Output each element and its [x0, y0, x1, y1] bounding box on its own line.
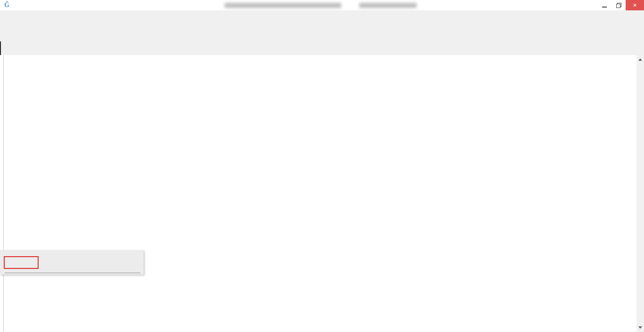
tab-bar: [0, 41, 644, 55]
gdevelop-logo-icon: Ǧ: [4, 1, 11, 10]
window-title: [0, 0, 644, 10]
minimize-button[interactable]: [597, 0, 612, 10]
object-name-field[interactable]: [4, 256, 39, 269]
title-redacted-block: [359, 3, 417, 8]
close-button[interactable]: ×: [626, 0, 644, 10]
scroll-down-icon: [638, 326, 642, 329]
menu-bar: [0, 10, 644, 21]
events-sheet: [0, 55, 636, 332]
toolbar: [0, 21, 644, 41]
restore-button[interactable]: [612, 0, 626, 10]
events-gutter: [0, 55, 10, 332]
window-controls: ×: [597, 0, 644, 10]
object-selector-popup: [0, 250, 144, 275]
title-bar: Ǧ ×: [0, 0, 644, 10]
title-redacted-block: [225, 3, 341, 8]
restore-icon: [616, 3, 621, 8]
svg-text:Ǧ: Ǧ: [4, 1, 9, 8]
minimize-icon: [602, 7, 607, 8]
scroll-up-icon: [638, 58, 642, 61]
field-underline: [5, 273, 140, 273]
scroll-up-button[interactable]: [636, 56, 644, 64]
vertical-scrollbar[interactable]: [636, 55, 644, 332]
scroll-down-button[interactable]: [636, 324, 644, 332]
gdevelop-window: Ǧ ×: [0, 0, 644, 332]
window-edge-artifact: [0, 41, 1, 55]
